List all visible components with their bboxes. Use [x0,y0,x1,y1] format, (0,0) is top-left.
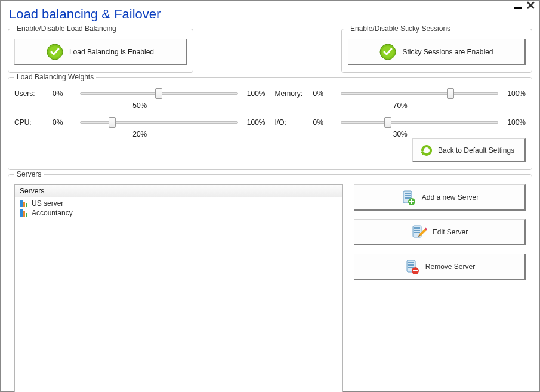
slider-thumb[interactable] [384,117,391,128]
weights-legend: Load Balancing Weights [14,73,96,81]
slider-users-track[interactable] [80,87,238,100]
svg-rect-28 [413,270,418,271]
svg-rect-18 [414,230,420,231]
server-buttons: Add a new Server [354,184,526,392]
slider-cpu-label: CPU: [14,118,48,126]
server-remove-icon [404,259,419,274]
ss-group: Enable/Disable Sticky Sessions Sticky Se… [341,24,532,73]
weights-group: Load Balancing Weights Users: 0% 100% 50… [8,73,532,170]
slider-cpu-value: 20% [14,130,266,138]
slider-max: 100% [243,118,266,126]
svg-rect-7 [26,203,27,207]
slider-memory-track[interactable] [341,87,499,100]
edit-server-label: Edit Server [433,228,468,236]
slider-thumb[interactable] [447,88,454,99]
svg-rect-8 [20,209,23,217]
slider-min: 0% [313,118,336,126]
defaults-label: Back to Default Settings [438,146,514,155]
servers-legend: Servers [14,170,44,178]
ss-toggle-label: Sticky Sessions are Enabled [402,48,493,56]
list-item[interactable]: Accountancy [18,208,339,218]
svg-rect-17 [414,227,420,229]
slider-io-track[interactable] [341,116,499,129]
server-add-icon [400,190,416,205]
edit-server-button[interactable]: Edit Server [354,219,526,245]
slider-users-label: Users: [14,89,48,98]
servers-group: Servers Servers US server [8,170,532,392]
weights-left-col: Users: 0% 100% 50% CPU: 0% [14,87,266,138]
svg-rect-12 [405,193,411,194]
server-icon [20,199,28,208]
slider-memory-value: 70% [275,101,526,110]
add-server-label: Add a new Server [422,193,479,202]
svg-rect-13 [405,195,411,196]
undo-icon [419,143,433,158]
slider-io-label: I/O: [275,118,308,126]
lb-legend: Enable/Disable Load Balancing [14,24,119,33]
window: ✕ Load balancing & Failover Enable/Disab… [0,0,540,392]
slider-cpu-track[interactable] [80,116,238,129]
slider-users-value: 50% [14,101,266,110]
lb-group: Enable/Disable Load Balancing Load Balan… [8,24,193,73]
svg-rect-9 [23,211,25,217]
svg-rect-14 [405,197,411,199]
defaults-button[interactable]: Back to Default Settings [412,138,526,162]
slider-max: 100% [503,89,526,98]
slider-thumb[interactable] [155,88,162,99]
list-item-label: Accountancy [32,209,73,217]
lb-toggle-label: Load Balancing is Enabled [69,48,154,56]
servers-column-header[interactable]: Servers [15,185,342,197]
slider-cpu: CPU: 0% 100% 20% [14,116,266,138]
ss-toggle-button[interactable]: Sticky Sessions are Enabled [348,39,526,65]
server-edit-icon [411,224,427,240]
close-button[interactable]: ✕ [526,1,536,10]
slider-memory: Memory: 0% 100% 70% [275,87,526,110]
svg-rect-26 [408,267,414,268]
slider-thumb[interactable] [109,117,116,128]
slider-min: 0% [53,89,75,98]
weights-right-col: Memory: 0% 100% 70% I/O: 0% [275,87,526,138]
svg-rect-24 [408,262,414,263]
svg-rect-19 [414,232,420,233]
slider-memory-label: Memory: [275,89,308,98]
slider-max: 100% [503,118,526,126]
remove-server-button[interactable]: Remove Server [354,254,526,280]
svg-rect-5 [20,200,23,207]
slider-min: 0% [53,118,75,126]
minimize-button[interactable] [514,7,522,9]
svg-rect-10 [26,213,27,217]
slider-io-value: 30% [275,130,526,138]
check-icon [379,44,396,60]
svg-rect-6 [23,202,25,207]
slider-io: I/O: 0% 100% 30% [275,116,526,138]
ss-legend: Enable/Disable Sticky Sessions [348,24,453,33]
check-icon [47,44,63,60]
list-item[interactable]: US server [18,199,339,208]
server-icon [20,209,28,217]
page-title: Load balancing & Failover [9,7,532,22]
servers-listbox[interactable]: Servers US server [14,184,343,392]
slider-min: 0% [313,89,336,98]
slider-users: Users: 0% 100% 50% [14,87,266,110]
toggle-row: Enable/Disable Load Balancing Load Balan… [8,24,532,73]
list-item-label: US server [32,199,63,208]
svg-rect-25 [408,264,414,266]
remove-server-label: Remove Server [425,263,475,271]
window-controls: ✕ [514,1,536,10]
add-server-button[interactable]: Add a new Server [354,184,526,211]
lb-toggle-button[interactable]: Load Balancing is Enabled [14,39,187,65]
slider-max: 100% [243,89,266,98]
